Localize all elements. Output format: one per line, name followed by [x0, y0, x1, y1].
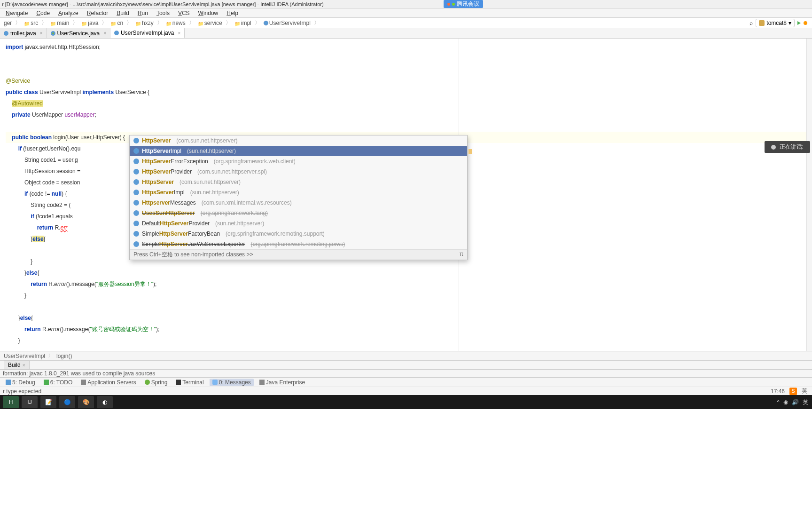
tab-userservice[interactable]: UserService.java ×	[47, 28, 111, 38]
menu-build[interactable]: Build	[113, 9, 133, 17]
nav-right-tools: ⌕ tomcat8 ▾	[750, 19, 812, 27]
crumb-hxzy[interactable]: hxzy	[133, 19, 156, 27]
tray-sound-icon[interactable]: 🔊	[792, 399, 799, 405]
tab-label: UserServiveImpl.java	[121, 30, 174, 36]
taskbar-app-notes[interactable]: 📝	[40, 396, 56, 408]
completion-item[interactable]: HttpsServerImpl(sun.net.httpserver)	[130, 187, 467, 198]
close-icon[interactable]: ×	[103, 31, 106, 36]
tool-appservers[interactable]: Application Servers	[78, 379, 139, 386]
context-sep: 〉	[45, 352, 56, 360]
taskbar-app-h[interactable]: H	[3, 396, 19, 408]
class-file-icon	[4, 31, 8, 36]
tray-chevron-icon[interactable]: ^	[777, 399, 780, 405]
completion-popup[interactable]: HttpServer(com.sun.net.httpserver)HttpSe…	[129, 135, 468, 260]
completion-item[interactable]: UsesSunHttpServer(org.springframework.la…	[130, 208, 467, 218]
menu-vcs[interactable]: VCS	[174, 9, 194, 17]
class-file-icon	[114, 31, 119, 35]
class-context-bar: UserServiveImpl 〉 login()	[0, 351, 812, 360]
microphone-icon	[771, 145, 776, 150]
tab-controller[interactable]: troller.java ×	[0, 28, 47, 38]
crumb-sep: 〉	[14, 19, 22, 27]
menu-refactor[interactable]: Refactor	[83, 9, 112, 17]
ime-lang[interactable]: 英	[802, 387, 807, 395]
completion-package: (org.springframework.web.client)	[214, 158, 296, 165]
meeting-label: 腾讯会议	[457, 0, 479, 8]
windows-taskbar[interactable]: H IJ 📝 🔵 🎨 ◐ ^ ◉ 🔊 英	[0, 395, 812, 409]
tray-network-icon[interactable]: ◉	[783, 399, 788, 405]
folder-icon	[50, 20, 56, 26]
crumb-src[interactable]: src	[22, 19, 40, 27]
context-method[interactable]: login()	[56, 353, 72, 359]
completion-item[interactable]: SimpleHttpServerJaxWsServiceExporter(org…	[130, 239, 467, 249]
folder-icon	[234, 20, 240, 26]
build-tab-label: Build	[8, 362, 21, 368]
interface-file-icon	[51, 31, 55, 36]
tool-debug[interactable]: 5: Debug	[3, 379, 38, 386]
menu-help[interactable]: Help	[223, 9, 242, 17]
menu-tools[interactable]: Tools	[153, 9, 173, 17]
taskbar-tray[interactable]: ^ ◉ 🔊 英	[777, 398, 812, 406]
tool-terminal[interactable]: Terminal	[173, 379, 206, 386]
completion-item[interactable]: HttpServerProvider(com.sun.net.httpserve…	[130, 167, 467, 177]
tab-label: troller.java	[10, 30, 36, 37]
completion-package: (com.sun.net.httpserver)	[176, 137, 237, 144]
completion-package: (com.sun.net.httpserver.spi)	[197, 168, 267, 175]
completion-item[interactable]: HttpServer(com.sun.net.httpserver)	[130, 135, 467, 146]
completion-item[interactable]: SimpleHttpServerFactoryBean(org.springfr…	[130, 229, 467, 239]
tray-lang[interactable]: 英	[803, 398, 808, 406]
taskbar-app-chrome[interactable]: ◐	[97, 396, 113, 408]
close-icon[interactable]: ×	[178, 31, 180, 36]
folder-icon	[166, 20, 172, 26]
completion-item[interactable]: DefaultHttpServerProvider(sun.net.httpse…	[130, 218, 467, 229]
class-icon	[264, 21, 268, 25]
crumb-root[interactable]: ger	[2, 19, 14, 27]
intention-bulb-icon[interactable]	[468, 149, 472, 154]
menu-navigate[interactable]: Navigate	[2, 9, 31, 17]
status-dot-orange	[447, 3, 450, 6]
crumb-news[interactable]: news	[164, 19, 187, 27]
debug-icon	[6, 380, 11, 385]
close-icon[interactable]: ×	[23, 363, 25, 368]
completion-item[interactable]: HttpServerErrorException(org.springframe…	[130, 156, 467, 167]
crumb-cn[interactable]: cn	[109, 19, 125, 27]
completion-item[interactable]: HttpServerImpl(sun.net.httpserver)	[130, 146, 467, 156]
taskbar-app-meeting[interactable]: 🔵	[59, 396, 75, 408]
folder-icon	[110, 20, 116, 26]
tool-javaee[interactable]: Java Enterprise	[257, 379, 308, 386]
completion-item[interactable]: HttpserverMessages(com.sun.xml.internal.…	[130, 198, 467, 208]
tool-messages[interactable]: 0: Messages	[210, 379, 254, 386]
crumb-class[interactable]: UserServiveImpl	[262, 19, 312, 27]
completion-name: SimpleHttpServerFactoryBean	[142, 230, 220, 237]
tomcat-icon	[759, 20, 765, 26]
close-icon[interactable]: ×	[40, 31, 43, 36]
completion-item[interactable]: HttpsServer(com.sun.net.httpserver)	[130, 177, 467, 187]
menu-window[interactable]: Window	[195, 9, 222, 17]
build-tab[interactable]: Build ×	[4, 360, 30, 370]
menu-run[interactable]: Run	[134, 9, 152, 17]
menu-analyze[interactable]: Analyze	[55, 9, 82, 17]
taskbar-app-intellij[interactable]: IJ	[22, 396, 38, 408]
tool-spring[interactable]: Spring	[142, 379, 171, 386]
meeting-badge[interactable]: 腾讯会议	[444, 0, 483, 8]
search-icon[interactable]: ⌕	[750, 20, 753, 26]
menu-code[interactable]: Code	[32, 9, 54, 17]
crumb-java[interactable]: java	[79, 19, 100, 27]
context-class[interactable]: UserServiveImpl	[4, 353, 45, 359]
title-bar: r [D:\javacode\news-manger] - ...\src\ma…	[0, 0, 812, 8]
warning-indicator-icon[interactable]	[804, 21, 807, 25]
crumb-service[interactable]: service	[196, 19, 224, 27]
ime-indicator-icon[interactable]: S	[789, 388, 797, 395]
crumb-main[interactable]: main	[48, 19, 71, 27]
tool-todo[interactable]: 6: TODO	[41, 379, 76, 386]
completion-package: (com.sun.xml.internal.ws.resources)	[202, 199, 292, 206]
class-icon	[133, 138, 139, 143]
tab-userserviveimpl[interactable]: UserServiveImpl.java ×	[110, 28, 185, 38]
error-stripe[interactable]	[806, 39, 812, 351]
editor[interactable]: import javax.servlet.http.HttpSession; @…	[0, 39, 812, 351]
crumb-impl[interactable]: impl	[233, 19, 253, 27]
speaking-label: 正在讲话:	[780, 143, 804, 151]
run-config-selector[interactable]: tomcat8 ▾	[756, 19, 795, 27]
run-play-icon[interactable]	[797, 21, 801, 25]
taskbar-app-paint[interactable]: 🎨	[78, 396, 94, 408]
completion-name: SimpleHttpServerJaxWsServiceExporter	[142, 241, 245, 247]
